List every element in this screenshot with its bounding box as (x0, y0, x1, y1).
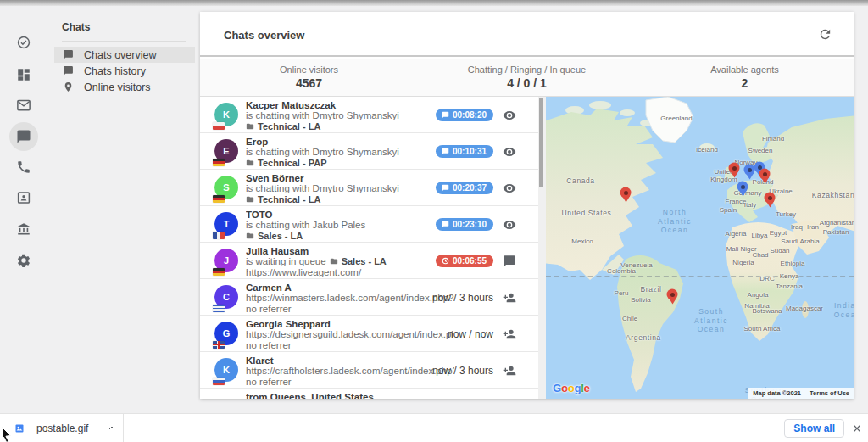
folder-icon (330, 257, 338, 266)
map-pin-red[interactable] (765, 193, 776, 204)
visitor-name: Georgia Sheppard (246, 319, 454, 329)
chat-icon (63, 65, 74, 76)
map-pin-red[interactable] (667, 289, 678, 300)
sidebar-item-online-visitors[interactable]: Online visitors (54, 79, 195, 95)
duration-badge: 00:23:10 (436, 218, 493, 231)
rail-item-bank[interactable] (9, 215, 38, 243)
download-file-name: postable.gif (36, 422, 95, 434)
download-item[interactable]: postable.gif (0, 414, 132, 442)
refresh-icon[interactable] (818, 27, 833, 42)
eye-icon[interactable] (503, 109, 516, 122)
settings-icon (16, 253, 31, 268)
chat-status: is chatting with Dmytro Shymanskyi (246, 147, 454, 158)
visit-times: now / 3 hours (432, 292, 493, 304)
eye-icon (503, 182, 516, 195)
person-add-icon[interactable] (503, 364, 516, 378)
rail-item-mail[interactable] (9, 91, 38, 120)
chat-row-text: Eropis chatting with Dmytro ShymanskyiTe… (246, 137, 454, 168)
rail-item-chat[interactable] (9, 122, 38, 151)
chat-row[interactable]: SSven Börneris chatting with Dmytro Shym… (200, 170, 538, 206)
visitor-name: Sven Börner (246, 173, 454, 183)
map-pin-blue[interactable] (737, 182, 748, 193)
chat-row[interactable]: GGeorgia Sheppardhttps://designersguild.… (200, 316, 538, 352)
eye-icon (503, 109, 516, 122)
world-map[interactable]: GreenlandIcelandFinlandSwedenNorwayCanad… (546, 97, 854, 399)
eye-icon[interactable] (503, 182, 516, 195)
chat-row-text: Klarethttps://craftholsters.ladesk.com/a… (246, 355, 454, 387)
visitor-url: https://www.liveagent.com/ (246, 267, 454, 278)
chat-status: is chatting with Jakub Pales (246, 220, 454, 231)
chat-row-text: Julia Hausamis waiting in queueSales - L… (246, 246, 454, 277)
sidebar-item-label: Chats overview (84, 49, 156, 61)
duration-badge: 00:20:37 (436, 182, 493, 194)
stats-bar: Online visitors4567Chatting / Ringing / … (200, 59, 854, 97)
chat-row-text: Kacper Matuszczakis chatting with Dmytro… (246, 100, 454, 131)
chat-status: is chatting with Dmytro Shymanskyi (246, 183, 454, 194)
stat: Available agents2 (636, 59, 854, 96)
equator-line (546, 276, 854, 277)
country-flag-fr (213, 232, 225, 239)
bank-icon (16, 221, 31, 237)
sidebar-title: Chats (62, 21, 90, 33)
eye-icon[interactable] (503, 145, 516, 159)
google-logo: Google (553, 382, 590, 394)
chat-row[interactable]: JJulia Hausamis waiting in queueSales - … (200, 243, 538, 279)
sidebar-item-label: Chats history (84, 65, 146, 77)
visitor-url: https://winmasters.ladesk.com/agent/inde… (246, 293, 454, 304)
gif-file-icon (14, 423, 25, 434)
chevron-up-icon[interactable] (107, 423, 117, 434)
sidebar-item-label: Online visitors (84, 81, 151, 93)
terms-of-use-link[interactable]: Terms of Use (805, 388, 854, 399)
person-add-icon (503, 291, 516, 305)
folder-icon (246, 159, 254, 167)
country-flag-gb (213, 341, 225, 349)
country-flag-de (213, 195, 225, 203)
sidebar-item-chats-history[interactable]: Chats history (54, 63, 195, 79)
visitor-name: Erop (246, 137, 454, 147)
visitor-name: Carmen A (246, 283, 454, 293)
rail-item-check-circle[interactable] (9, 28, 38, 57)
window-top-edge (0, 0, 868, 6)
list-scrollbar[interactable] (538, 97, 546, 399)
chat-icon (63, 49, 74, 60)
country-flag-pl (213, 122, 225, 130)
show-all-button[interactable]: Show all (784, 419, 844, 438)
stat-value: 2 (636, 76, 854, 90)
department-label: Sales - LA (258, 231, 303, 242)
map-pin-red[interactable] (620, 187, 632, 199)
eye-icon[interactable] (503, 218, 516, 232)
chat-row[interactable]: EEropis chatting with Dmytro ShymanskyiT… (200, 133, 538, 170)
folder-icon (246, 195, 254, 204)
duration-badge: 00:10:31 (436, 145, 493, 158)
person-add-icon[interactable] (503, 327, 516, 341)
chat-bubble-icon (503, 255, 516, 268)
department-label: Technical - PAP (258, 158, 327, 169)
chat-bubble-icon[interactable] (503, 255, 516, 268)
close-icon[interactable] (851, 422, 863, 434)
rail-item-dashboard[interactable] (9, 60, 38, 89)
chat-row-text: from Queens, United States (246, 392, 454, 399)
chat-row[interactable]: TTOTOis chatting with Jakub PalesSales -… (200, 206, 538, 243)
chats-overview-panel: Chats overview Online visitors4567Chatti… (200, 12, 854, 399)
rail-item-contacts[interactable] (9, 183, 38, 212)
duration-badge: 00:08:20 (436, 109, 493, 121)
rail-item-settings[interactable] (9, 246, 38, 275)
chat-icon (16, 129, 31, 144)
chat-row[interactable]: CCarmen Ahttps://winmasters.ladesk.com/a… (200, 279, 538, 316)
person-add-icon (503, 327, 516, 341)
map-pin-red[interactable] (760, 169, 771, 180)
chat-row-text: Carmen Ahttps://winmasters.ladesk.com/ag… (246, 283, 454, 314)
scrollbar-thumb[interactable] (539, 98, 543, 187)
person-add-icon[interactable] (503, 291, 516, 305)
chat-row[interactable]: KKacper Matuszczakis chatting with Dmytr… (200, 97, 538, 133)
stat-value: 4 / 0 / 1 (418, 76, 636, 90)
map-pin-red[interactable] (729, 163, 740, 174)
chat-row[interactable]: from Queens, United States (200, 389, 538, 399)
stat-value: 4567 (200, 76, 418, 90)
visitor-name: from Queens, United States (246, 392, 454, 399)
country-flag-de (213, 268, 225, 276)
sidebar-item-chats-overview[interactable]: Chats overview (54, 47, 195, 63)
rail-item-phone[interactable] (9, 153, 38, 182)
chat-row[interactable]: KKlarethttps://craftholsters.ladesk.com/… (200, 352, 538, 389)
duration-badge: 00:06:55 (436, 255, 493, 267)
